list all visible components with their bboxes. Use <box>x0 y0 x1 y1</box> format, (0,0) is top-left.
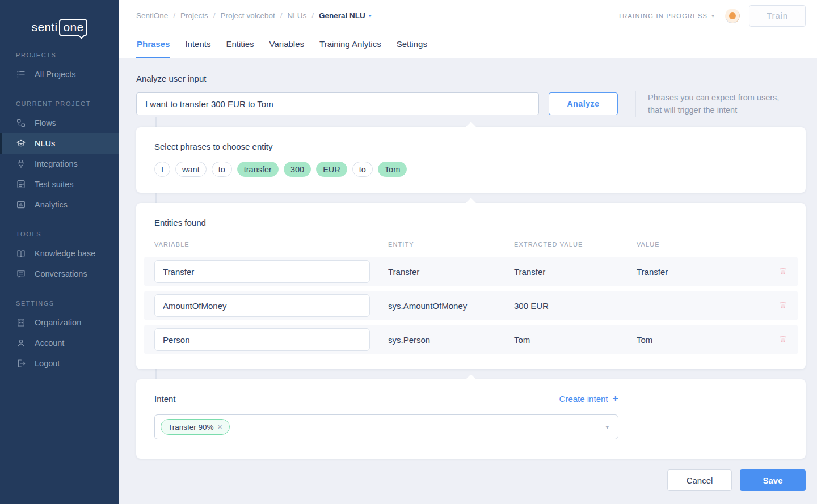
breadcrumb-item-sentione[interactable]: SentiOne <box>136 11 168 20</box>
intent-tag: Transfer 90% × <box>161 419 230 435</box>
footer-actions: Cancel Save <box>136 469 806 491</box>
tab-settings[interactable]: Settings <box>396 39 428 58</box>
tab-entities[interactable]: Entities <box>225 39 254 58</box>
logout-icon <box>16 358 26 369</box>
entity-cell: Transfer <box>388 267 514 277</box>
variable-name-input[interactable] <box>154 294 370 317</box>
logo-text: senti <box>32 20 58 33</box>
sidebar-item-integrations[interactable]: Integrations <box>0 154 119 174</box>
create-intent-link[interactable]: Create intent + <box>559 393 618 405</box>
table-row: Transfer Transfer Transfer <box>144 257 798 286</box>
tabs: Phrases Intents Entities Variables Train… <box>119 31 817 58</box>
entity-cell: sys.Person <box>388 335 514 345</box>
entities-table-body: Transfer Transfer Transfer sys.AmountOfM… <box>136 257 806 354</box>
chevron-down-icon: ▾ <box>605 423 609 431</box>
training-status-dropdown[interactable]: TRAINING IN PROGRESS ▾ <box>618 12 715 19</box>
variable-name-input[interactable] <box>154 260 370 283</box>
sidebar-item-organization[interactable]: Organization <box>0 312 119 333</box>
phrase-token-selected[interactable]: Tom <box>378 162 407 177</box>
extracted-value-cell: Tom <box>514 335 637 345</box>
graduation-cap-icon <box>16 138 26 149</box>
card-notch <box>465 122 477 133</box>
card-notch <box>465 374 477 386</box>
sidebar-item-test-suites[interactable]: Test suites <box>0 174 119 194</box>
sidebar: sentione PROJECTS All Projects CURRENT P… <box>0 0 119 504</box>
sidebar-section-tools: TOOLS <box>0 231 119 238</box>
sidebar-item-knowledge-base[interactable]: Knowledge base <box>0 243 119 264</box>
variable-name-input[interactable] <box>154 328 370 351</box>
sentione-logo: sentione <box>0 19 119 36</box>
remove-intent-icon[interactable]: × <box>218 422 222 431</box>
phrase-token[interactable]: want <box>175 162 207 177</box>
list-icon <box>16 69 26 79</box>
delete-entity-button[interactable] <box>775 264 791 280</box>
intent-header: Intent Create intent + <box>154 393 618 405</box>
entity-cell: sys.AmountOfMoney <box>388 301 514 311</box>
tab-training-analytics[interactable]: Training Anlytics <box>319 39 382 58</box>
column-header-value: VALUE <box>637 241 787 248</box>
analyze-row: Analyze Phrases you can expect from user… <box>136 91 806 117</box>
column-header-entity: ENTITY <box>388 241 514 248</box>
sidebar-item-nlus[interactable]: NLUs <box>0 133 119 154</box>
column-header-variable: VARIABLE <box>154 241 388 248</box>
phrase-token[interactable]: I <box>154 162 170 177</box>
train-button[interactable]: Train <box>749 5 806 27</box>
sidebar-item-analytics[interactable]: Analytics <box>0 194 119 215</box>
book-icon <box>16 248 26 259</box>
card-connector-line <box>155 193 157 203</box>
topbar: SentiOne / Projects / Project voicebot /… <box>119 0 817 31</box>
sidebar-section-current-project: CURRENT PROJECT <box>0 100 119 107</box>
table-row: sys.AmountOfMoney 300 EUR <box>144 291 798 320</box>
phrase-token[interactable]: to <box>212 162 232 177</box>
breadcrumb: SentiOne / Projects / Project voicebot /… <box>136 11 372 20</box>
sidebar-item-account[interactable]: Account <box>0 333 119 353</box>
breadcrumb-item-project-voicebot[interactable]: Project voicebot <box>221 11 275 20</box>
intent-title: Intent <box>154 394 176 404</box>
training-status-label: TRAINING IN PROGRESS <box>618 12 707 19</box>
save-button[interactable]: Save <box>740 469 806 491</box>
card-notch <box>465 198 477 209</box>
sidebar-item-all-projects[interactable]: All Projects <box>0 64 119 84</box>
value-cell: Transfer <box>637 267 775 277</box>
chevron-down-icon: ▾ <box>369 12 372 19</box>
delete-entity-button[interactable] <box>775 298 791 314</box>
sidebar-item-label: All Projects <box>35 70 76 79</box>
phrase-token-selected[interactable]: EUR <box>316 162 347 177</box>
tab-variables[interactable]: Variables <box>269 39 305 58</box>
breadcrumb-separator: / <box>173 11 175 20</box>
plus-icon: + <box>612 393 618 405</box>
sidebar-item-label: Logout <box>35 359 60 368</box>
phrase-token[interactable]: to <box>352 162 373 177</box>
cancel-button[interactable]: Cancel <box>667 469 732 491</box>
intent-select[interactable]: Transfer 90% × ▾ <box>154 414 618 439</box>
breadcrumb-item-projects[interactable]: Projects <box>180 11 208 20</box>
plug-icon <box>16 159 26 169</box>
card-connector-line <box>155 369 157 379</box>
chat-icon <box>16 269 26 279</box>
sidebar-item-logout[interactable]: Logout <box>0 353 119 374</box>
breadcrumb-separator: / <box>280 11 283 20</box>
value-cell: Tom <box>637 335 775 345</box>
extracted-value-cell: 300 EUR <box>514 301 637 311</box>
analyze-button[interactable]: Analyze <box>549 92 618 115</box>
checklist-icon <box>16 179 26 189</box>
user-input-field[interactable] <box>136 92 539 115</box>
phrase-tokens: I want to transfer 300 EUR to Tom <box>154 162 787 177</box>
sidebar-item-flows[interactable]: Flows <box>0 113 119 133</box>
phrase-token-selected[interactable]: 300 <box>284 162 311 177</box>
phrase-token-selected[interactable]: transfer <box>237 162 279 177</box>
delete-entity-button[interactable] <box>775 332 791 348</box>
trash-icon <box>778 266 787 276</box>
sidebar-item-label: Test suites <box>35 180 74 189</box>
breadcrumb-item-nlus[interactable]: NLUs <box>287 11 306 20</box>
building-icon <box>16 317 26 328</box>
sidebar-item-label: NLUs <box>35 139 55 148</box>
tab-intents[interactable]: Intents <box>184 39 211 58</box>
breadcrumb-current-nlu-selector[interactable]: General NLU ▾ <box>319 11 372 20</box>
entities-card: Entities found VARIABLE ENTITY EXTRACTED… <box>136 203 806 369</box>
sidebar-item-conversations[interactable]: Conversations <box>0 264 119 284</box>
person-icon <box>16 338 26 348</box>
analyze-input-label: Analyze user input <box>136 74 806 83</box>
tab-phrases[interactable]: Phrases <box>136 39 170 58</box>
intent-card: Intent Create intent + Transfer 90% × ▾ <box>136 379 806 459</box>
